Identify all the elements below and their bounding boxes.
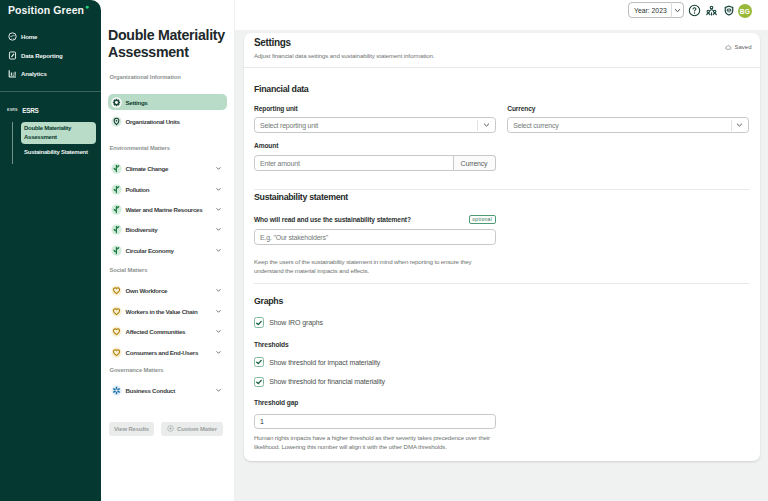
esrs-header[interactable]: ESRS ESRS bbox=[7, 106, 101, 115]
esrs-item-sustainability-statement[interactable]: Sustainability Statement bbox=[21, 146, 96, 159]
module-title: Double Materiality Assessment bbox=[108, 27, 227, 62]
help-icon[interactable] bbox=[688, 2, 701, 18]
nav-item-affected-communities[interactable]: Affected Communities bbox=[108, 322, 227, 342]
nav-item-label: Settings bbox=[126, 99, 148, 106]
esrs-item-double-materiality-assessment[interactable]: Double Materiality Assessment bbox=[21, 122, 96, 144]
sidebar-item-analytics[interactable]: Analytics bbox=[0, 64, 101, 83]
logo-dot-icon: ● bbox=[85, 3, 89, 10]
esrs-items: Double Materiality AssessmentSustainabil… bbox=[21, 122, 96, 164]
app-window: Position Green● HomeData ReportingAnalyt… bbox=[0, 0, 768, 501]
section-label: Social Matters bbox=[110, 267, 228, 274]
nav-item-consumers-and-end-users[interactable]: Consumers and End-Users bbox=[108, 342, 227, 362]
iro-graphs-checkbox[interactable] bbox=[254, 317, 264, 327]
card-header: Settings Adjust financial data settings … bbox=[244, 33, 760, 68]
nav-item-pollution[interactable]: Pollution bbox=[108, 179, 227, 199]
sustainability-heading: Sustainability statement bbox=[254, 192, 749, 202]
custom-matter-button[interactable]: Custom Matter bbox=[161, 422, 224, 437]
home-icon bbox=[8, 32, 17, 41]
nav-item-label: Climate Change bbox=[126, 165, 169, 172]
threshold-gap-value: 1 bbox=[255, 418, 264, 425]
nav-item-biodiversity[interactable]: Biodiversity bbox=[108, 220, 227, 240]
sidebar-item-data-reporting[interactable]: Data Reporting bbox=[0, 46, 101, 65]
main-area: Year: 2023 BG bbox=[235, 0, 768, 501]
gear-icon bbox=[111, 97, 122, 108]
nav-item-circular-economy[interactable]: Circular Economy bbox=[108, 240, 227, 260]
nav-item-workers-in-the-value-chain[interactable]: Workers in the Value Chain bbox=[108, 301, 227, 321]
shield-icon[interactable] bbox=[722, 2, 735, 18]
iro-graphs-checkbox-row: Show IRO graphs bbox=[254, 317, 749, 327]
reporting-unit-select[interactable]: Select reporting unit bbox=[254, 117, 496, 133]
saved-indicator: Saved bbox=[725, 44, 752, 51]
financial-threshold-checkbox[interactable] bbox=[254, 377, 264, 387]
year-select[interactable]: Year: 2023 bbox=[628, 2, 684, 18]
nav-item-water-and-marine-resources[interactable]: Water and Marine Resources bbox=[108, 199, 227, 219]
currency-placeholder: Select currency bbox=[508, 122, 558, 129]
sidebar-item-label: Analytics bbox=[21, 70, 47, 77]
plant-icon bbox=[111, 204, 122, 215]
select-separator bbox=[731, 120, 732, 131]
sustainability-question-label: Who will read and use the sustainability… bbox=[254, 216, 411, 224]
graphs-heading: Graphs bbox=[254, 296, 749, 306]
nav-item-own-workforce[interactable]: Own Workforce bbox=[108, 281, 227, 301]
section-label: Organizational Information bbox=[110, 74, 228, 81]
sidebar-item-home[interactable]: Home bbox=[0, 27, 101, 46]
nav-item-label: Water and Marine Resources bbox=[126, 206, 203, 213]
settings-card: Settings Adjust financial data settings … bbox=[244, 33, 760, 461]
secondary-sidebar: Double Materiality Assessment Organizati… bbox=[101, 0, 235, 501]
chevron-down-icon bbox=[215, 226, 222, 233]
currency-select[interactable]: Select currency bbox=[507, 117, 749, 133]
heart-icon bbox=[111, 306, 122, 317]
threshold-gap-label: Threshold gap bbox=[254, 399, 749, 407]
position-green-logo[interactable]: Position Green● bbox=[0, 0, 101, 16]
primary-sidebar: Position Green● HomeData ReportingAnalyt… bbox=[0, 0, 101, 501]
page-background: Settings Adjust financial data settings … bbox=[235, 30, 768, 501]
nav-item-business-conduct[interactable]: Business Conduct bbox=[108, 380, 227, 400]
avatar[interactable]: BG bbox=[738, 4, 752, 18]
section-divider bbox=[254, 283, 749, 284]
primary-nav: HomeData ReportingAnalytics bbox=[0, 27, 101, 83]
community-icon[interactable] bbox=[705, 2, 718, 18]
impact-threshold-checkbox[interactable] bbox=[254, 357, 264, 367]
amount-input[interactable]: Enter amount bbox=[254, 155, 454, 171]
esrs-mini-icon: ESRS bbox=[7, 108, 18, 112]
optional-badge: optional bbox=[469, 215, 496, 224]
cloud-icon bbox=[725, 44, 732, 51]
threshold-gap-input[interactable]: 1 bbox=[254, 414, 496, 429]
asterisk-icon bbox=[111, 385, 122, 396]
esrs-label: ESRS bbox=[22, 107, 38, 114]
chevron-down-icon bbox=[215, 308, 222, 315]
iro-graphs-label: Show IRO graphs bbox=[269, 319, 323, 326]
threshold-helper-text: Human rights impacts have a higher thres… bbox=[254, 433, 749, 461]
stakeholders-input[interactable]: E.g. "Our stakeholders" bbox=[254, 229, 496, 245]
section-divider bbox=[254, 189, 749, 190]
section-label: Environmental Matters bbox=[110, 145, 228, 152]
amount-input-group: Enter amount Currency bbox=[254, 155, 496, 171]
sidebar-sections: Organizational InformationSettingsOrgani… bbox=[108, 74, 227, 400]
sidebar-divider bbox=[0, 91, 101, 92]
chevron-down-icon bbox=[215, 165, 222, 172]
thresholds-label: Thresholds bbox=[254, 341, 749, 349]
nav-item-settings[interactable]: Settings bbox=[108, 94, 227, 111]
topbar: Year: 2023 BG bbox=[235, 0, 768, 30]
nav-item-label: Biodiversity bbox=[126, 226, 158, 233]
view-results-button[interactable]: View Results bbox=[109, 422, 154, 437]
question-row: Who will read and use the sustainability… bbox=[254, 215, 496, 224]
pin-icon bbox=[111, 116, 122, 127]
reporting-unit-placeholder: Select reporting unit bbox=[255, 122, 318, 129]
financial-threshold-checkbox-row: Show threshold for financial materiality bbox=[254, 377, 749, 387]
nav-item-label: Business Conduct bbox=[126, 387, 176, 394]
nav-item-climate-change[interactable]: Climate Change bbox=[108, 158, 227, 178]
financial-fields-grid: Reporting unit Select reporting unit Cur… bbox=[254, 105, 749, 133]
page-subtitle: Adjust financial data settings and susta… bbox=[254, 52, 434, 59]
stakeholders-placeholder: E.g. "Our stakeholders" bbox=[255, 234, 328, 241]
chevron-down-icon bbox=[735, 121, 744, 130]
nav-item-organizational-units[interactable]: Organizational Units bbox=[108, 111, 227, 131]
heart-icon bbox=[111, 285, 122, 296]
sustainability-helper-text: Keep the users of the sustainability sta… bbox=[254, 257, 749, 275]
card-body: Financial data Reporting unit Select rep… bbox=[244, 84, 760, 461]
sidebar-scroll-area: Double Materiality Assessment Organizati… bbox=[101, 0, 234, 422]
chevron-down-icon bbox=[215, 247, 222, 254]
chevron-down-icon bbox=[482, 121, 491, 130]
data-reporting-icon bbox=[8, 51, 17, 60]
sidebar-footer: View Results Custom Matter bbox=[101, 422, 234, 501]
